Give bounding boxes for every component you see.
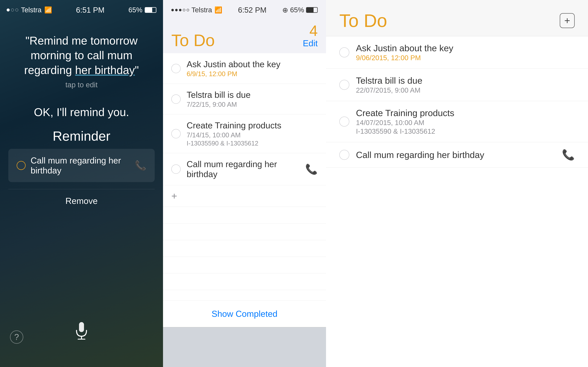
mid-signal-dots [171, 9, 189, 11]
ipad-row[interactable]: Create Training products 14/07/2015, 10:… [326, 101, 588, 142]
row-content-2: Telstra bill is due 7/22/15, 9:00 AM [187, 90, 318, 108]
ipad-row[interactable]: Telstra bill is due 22/07/2015, 9:00 AM [326, 69, 588, 101]
ipad-add-icon: + [564, 15, 570, 26]
row-phone-icon-4: 📞 [305, 163, 318, 175]
ipad-title-3: Create Training products [356, 108, 575, 118]
show-completed-bar: Show Completed [163, 300, 326, 327]
row-title-2: Telstra bill is due [187, 90, 318, 100]
mid-dot-4 [183, 9, 185, 11]
ipad-row[interactable]: Call mum regarding her birthday 📞 [326, 142, 588, 168]
row-content-3: Create Training products 7/14/15, 10:00 … [187, 120, 318, 147]
ipad-add-button[interactable]: + [560, 13, 575, 28]
siri-quote-underline: her birthday [75, 64, 135, 76]
row-subtitle-2: 7/22/15, 9:00 AM [187, 101, 318, 108]
siri-panel: Telstra 📶 6:51 PM 65% "Remind me tomorro… [0, 0, 163, 367]
empty-row [163, 290, 326, 300]
mid-dot-2 [175, 9, 178, 11]
tap-to-edit-label[interactable]: tap to edit [65, 81, 97, 89]
mid-carrier: Telstra [192, 6, 212, 14]
ipad-detail-3: I-13035590 & I-13035612 [356, 127, 575, 135]
empty-row [163, 273, 326, 290]
ipad-checkbox-1[interactable] [339, 47, 349, 57]
row-title-1: Ask Justin about the key [187, 59, 318, 69]
reminders-list: Ask Justin about the key 6/9/15, 12:00 P… [163, 53, 326, 300]
reminder-row[interactable]: Telstra bill is due 7/22/15, 9:00 AM [163, 84, 326, 114]
empty-row [163, 224, 326, 240]
empty-row [163, 257, 326, 273]
show-completed-button[interactable]: Show Completed [212, 309, 277, 319]
ipad-row[interactable]: Ask Justin about the key 9/06/2015, 12:0… [326, 36, 588, 69]
reminder-row[interactable]: Call mum regarding her birthday 📞 [163, 153, 326, 185]
svg-rect-0 [79, 322, 84, 332]
row-checkbox-4[interactable] [171, 165, 181, 174]
ipad-title-4: Call mum regarding her birthday [356, 150, 559, 160]
mid-dot-1 [171, 9, 174, 11]
row-checkbox-2[interactable] [171, 94, 181, 104]
mid-bt-icon: ⊕ [282, 6, 288, 14]
ipad-header: To Do + [326, 0, 588, 36]
ipad-content-2: Telstra bill is due 22/07/2015, 9:00 AM [356, 75, 575, 94]
siri-ok-text: OK, I'll remind you. [34, 106, 129, 118]
edit-button[interactable]: Edit [303, 38, 318, 50]
wifi-icon: 📶 [44, 6, 52, 14]
ipad-list: Ask Justin about the key 9/06/2015, 12:0… [326, 36, 588, 367]
reminder-heading: Reminder [8, 129, 155, 144]
mid-time: 6:52 PM [238, 6, 267, 15]
reminder-box: Reminder Call mum regarding her birthday… [8, 129, 155, 183]
ipad-content-4: Call mum regarding her birthday [356, 150, 559, 160]
signal-dots [7, 8, 18, 11]
siri-status-right: 65% [128, 6, 156, 14]
ipad-checkbox-2[interactable] [339, 80, 349, 90]
battery-bar [145, 7, 156, 13]
help-button[interactable]: ? [10, 330, 23, 344]
ipad-panel: To Do + Ask Justin about the key 9/06/20… [326, 0, 588, 367]
reminder-item-text: Call mum regarding her birthday [31, 156, 135, 175]
siri-time: 6:51 PM [76, 6, 104, 15]
row-title-3: Create Training products [187, 120, 318, 130]
row-content-1: Ask Justin about the key 6/9/15, 12:00 P… [187, 59, 318, 78]
empty-row [163, 240, 326, 257]
mid-dot-5 [187, 9, 189, 11]
mid-battery-fill [307, 8, 314, 12]
ipad-subtitle-3: 14/07/2015, 10:00 AM [356, 119, 575, 127]
remove-button[interactable]: Remove [8, 189, 155, 206]
ipad-content-1: Ask Justin about the key 9/06/2015, 12:0… [356, 43, 575, 62]
reminder-row[interactable]: Ask Justin about the key 6/9/15, 12:00 P… [163, 53, 326, 84]
mid-battery-bar [306, 7, 318, 13]
row-subtitle-1: 6/9/15, 12:00 PM [187, 70, 318, 78]
dot-3 [15, 8, 18, 11]
phone-icon: 📞 [135, 160, 146, 171]
mid-wifi-icon: 📶 [214, 6, 222, 14]
iphone-panel: Telstra 📶 6:52 PM ⊕ 65% To Do 4 Edit Ask… [163, 0, 326, 367]
reminder-item[interactable]: Call mum regarding her birthday 📞 [8, 149, 155, 182]
dot-2 [11, 8, 14, 11]
microphone-button[interactable] [72, 320, 92, 340]
status-bar-siri: Telstra 📶 6:51 PM 65% [0, 0, 163, 20]
ipad-title-1: Ask Justin about the key [356, 43, 575, 53]
reminders-count: 4 [309, 23, 318, 38]
reminders-title: To Do [171, 31, 215, 50]
reminders-count-area: 4 Edit [303, 23, 318, 50]
reminder-item-left: Call mum regarding her birthday [17, 156, 135, 175]
ipad-subtitle-1: 9/06/2015, 12:00 PM [356, 54, 575, 62]
reminders-title-area: To Do [171, 31, 215, 50]
reminder-checkbox[interactable] [17, 161, 26, 170]
reminder-row[interactable]: Create Training products 7/14/15, 10:00 … [163, 114, 326, 153]
dot-1 [7, 8, 10, 11]
ipad-checkbox-4[interactable] [339, 150, 349, 160]
ipad-title: To Do [339, 10, 387, 31]
row-content-4: Call mum regarding her birthday [187, 159, 302, 179]
siri-battery-pct: 65% [128, 6, 142, 14]
ipad-subtitle-2: 22/07/2015, 9:00 AM [356, 86, 575, 94]
row-checkbox-3[interactable] [171, 129, 181, 138]
empty-row [163, 207, 326, 224]
mid-status-left: Telstra 📶 [171, 6, 222, 14]
add-row[interactable]: + [163, 185, 326, 207]
siri-status-left: Telstra 📶 [7, 6, 52, 14]
ipad-content-3: Create Training products 14/07/2015, 10:… [356, 108, 575, 135]
ipad-phone-icon-4: 📞 [562, 149, 575, 161]
row-checkbox-1[interactable] [171, 64, 181, 73]
reminders-nav: To Do 4 Edit [163, 20, 326, 53]
ipad-checkbox-3[interactable] [339, 117, 349, 126]
add-icon[interactable]: + [171, 190, 177, 202]
